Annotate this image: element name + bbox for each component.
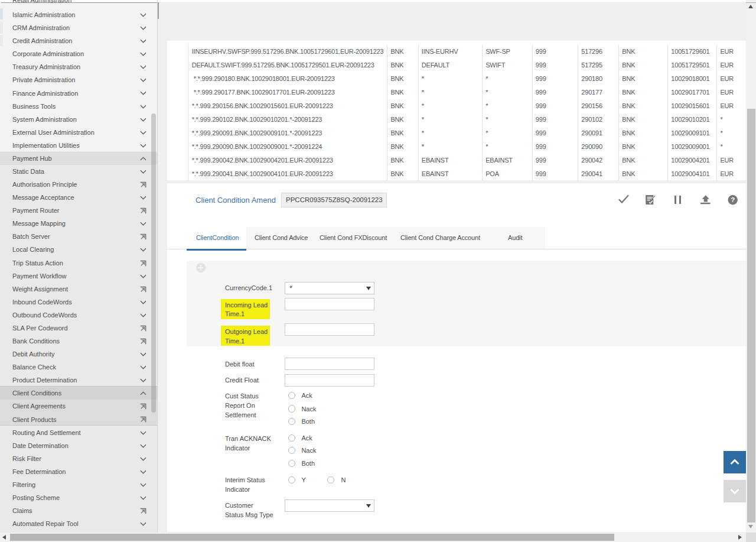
svg-text:?: ? (731, 196, 735, 203)
